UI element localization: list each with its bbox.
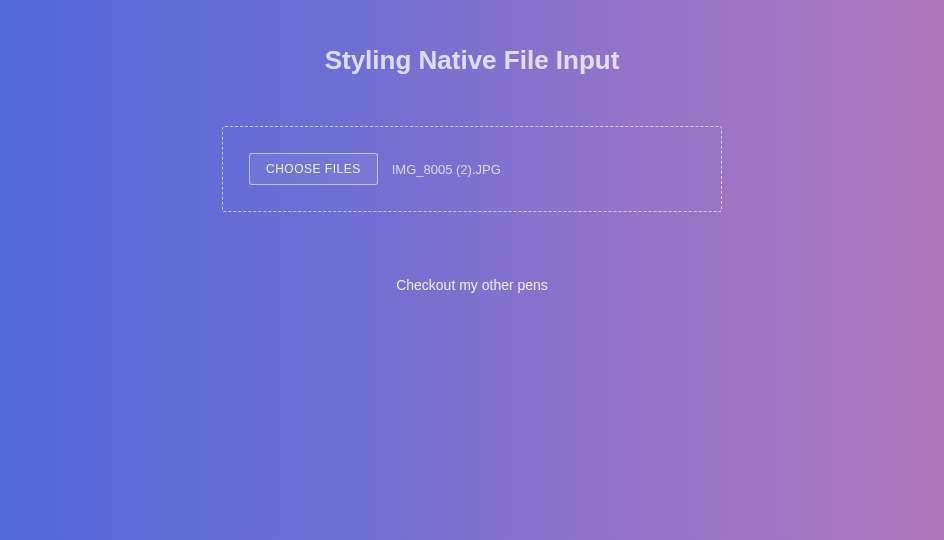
- selected-file-name: IMG_8005 (2).JPG: [392, 162, 501, 177]
- page-title: Styling Native File Input: [325, 45, 620, 76]
- file-drop-zone[interactable]: CHOOSE FILES IMG_8005 (2).JPG: [222, 126, 722, 212]
- choose-files-button[interactable]: CHOOSE FILES: [249, 153, 378, 185]
- other-pens-link[interactable]: Checkout my other pens: [396, 277, 548, 293]
